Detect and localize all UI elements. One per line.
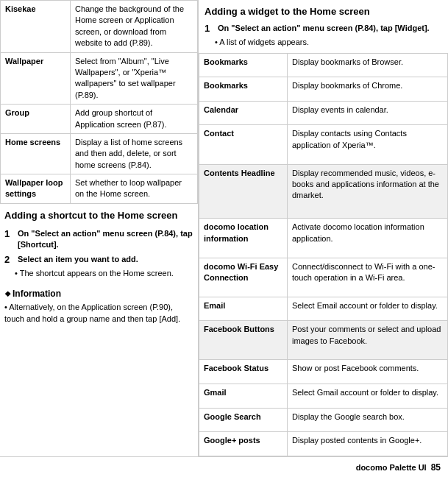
left-table-col2: Change the background of the Home screen… [71, 1, 198, 53]
right-section-title: Adding a widget to the Home screen [199, 0, 448, 21]
step2-sub: • The shortcut appears on the Home scree… [4, 268, 193, 279]
right-table-col1: Google Search [199, 408, 288, 432]
footer-label: docomo Palette UI [356, 463, 427, 472]
diamond-icon: ❖ [4, 289, 11, 300]
right-table-col1: Google+ posts [199, 432, 288, 456]
step1-bold: On "Select an action" menu screen (P.84)… [18, 229, 193, 249]
main-container: KisekaeChange the background of the Home… [0, 0, 448, 456]
right-step1: 1 On "Select an action" menu screen (P.8… [205, 23, 442, 34]
right-table-row: Google SearchDisplay the Google search b… [199, 408, 448, 432]
left-table-row: WallpaperSelect from "Album", "Live Wall… [1, 52, 198, 105]
right-column: Adding a widget to the Home screen 1 On … [199, 0, 448, 456]
left-table-col2: Set whether to loop wallpaper on the Hom… [71, 174, 198, 204]
left-column: KisekaeChange the background of the Home… [0, 0, 199, 456]
right-table-col2: Select Email account or folder to displa… [288, 297, 448, 321]
right-step1-bold: On "Select an action" menu screen (P.84)… [218, 24, 430, 32]
left-table-col2: Add group shortcut of Application screen… [71, 105, 198, 134]
right-table-col2: Display events in calendar. [288, 101, 448, 125]
right-table-col1: Facebook Status [199, 360, 288, 384]
left-step1: 1 On "Select an action" menu screen (P.8… [4, 228, 193, 251]
footer: docomo Palette UI 85 [0, 456, 448, 477]
right-table-col2: Display posted contents in Google+. [288, 432, 448, 456]
right-table-col1: Contact [199, 125, 288, 164]
info-title-text: Information [13, 288, 61, 300]
left-info-table: KisekaeChange the background of the Home… [0, 0, 198, 204]
left-table-col1: Kisekae [1, 1, 71, 53]
right-step1-sub: • A list of widgets appears. [205, 37, 442, 48]
right-table-row: Facebook ButtonsPost your comments or se… [199, 321, 448, 360]
right-table-row: ContactDisplay contacts using Contacts a… [199, 125, 448, 164]
right-widget-table: BookmarksDisplay bookmarks of Browser.Bo… [199, 53, 448, 456]
step1-text: On "Select an action" menu screen (P.84)… [18, 228, 193, 251]
right-table-col1: docomo location information [199, 219, 288, 258]
right-table-col1: Facebook Buttons [199, 321, 288, 360]
right-table-row: BookmarksDisplay bookmarks of Browser. [199, 53, 448, 77]
left-section-title: Adding a shortcut to the Home screen [0, 204, 198, 225]
right-table-row: Facebook StatusShow or post Facebook com… [199, 360, 448, 384]
right-table-row: Contents HeadlineDisplay recommended mus… [199, 164, 448, 219]
right-table-col2: Connect/disconnect to Wi-Fi with a one-t… [288, 258, 448, 297]
left-table-row: Home screensDisplay a list of home scree… [1, 133, 198, 174]
left-table-col1: Home screens [1, 133, 71, 174]
left-table-row: KisekaeChange the background of the Home… [1, 1, 198, 53]
left-table-col2: Display a list of home screens and then … [71, 133, 198, 174]
right-step1-text: On "Select an action" menu screen (P.84)… [218, 23, 430, 34]
left-steps: 1 On "Select an action" menu screen (P.8… [0, 225, 198, 286]
left-table-row: Wallpaper loop settingsSet whether to lo… [1, 174, 198, 204]
right-step1-num: 1 [205, 23, 215, 34]
right-table-col2: Post your comments or select and upload … [288, 321, 448, 360]
step2-text: Select an item you want to add. [18, 254, 138, 265]
right-table-col2: Display the Google search box. [288, 408, 448, 432]
right-table-row: BookmarksDisplay bookmarks of Chrome. [199, 77, 448, 102]
right-table-col1: docomo Wi-Fi Easy Connection [199, 258, 288, 297]
right-table-row: GmailSelect Gmail account or folder to d… [199, 384, 448, 409]
left-table-col1: Group [1, 105, 71, 134]
right-table-col1: Contents Headline [199, 164, 288, 219]
step2-bold: Select an item you want to add. [18, 255, 138, 264]
right-table-col1: Gmail [199, 384, 288, 409]
right-steps: 1 On "Select an action" menu screen (P.8… [199, 21, 448, 53]
right-table-col2: Select Gmail account or folder to displa… [288, 384, 448, 409]
right-table-row: EmailSelect Email account or folder to d… [199, 297, 448, 321]
right-table-col1: Bookmarks [199, 53, 288, 77]
right-table-row: docomo location informationActivate doco… [199, 219, 448, 258]
info-block: ❖ Information • Alternatively, on the Ap… [0, 285, 198, 328]
info-bullet: • Alternatively, on the Application scre… [4, 302, 193, 325]
right-table-col2: Display recommended music, videos, e-boo… [288, 164, 448, 219]
step1-num: 1 [4, 228, 15, 239]
right-table-row: CalendarDisplay events in calendar. [199, 101, 448, 125]
right-table-col2: Show or post Facebook comments. [288, 360, 448, 384]
right-table-col2: Display bookmarks of Browser. [288, 53, 448, 77]
right-table-row: docomo Wi-Fi Easy ConnectionConnect/disc… [199, 258, 448, 297]
left-table-col1: Wallpaper [1, 52, 71, 105]
right-table-row: Google+ postsDisplay posted contents in … [199, 432, 448, 456]
info-title: ❖ Information [4, 288, 193, 300]
right-table-col1: Calendar [199, 101, 288, 125]
left-table-row: GroupAdd group shortcut of Application s… [1, 105, 198, 134]
step2-num: 2 [4, 254, 15, 265]
right-table-col1: Bookmarks [199, 77, 288, 102]
left-step2: 2 Select an item you want to add. [4, 254, 193, 265]
right-table-col2: Activate docomo location information app… [288, 219, 448, 258]
left-table-col1: Wallpaper loop settings [1, 174, 71, 204]
footer-page: 85 [431, 462, 441, 473]
right-table-col2: Display bookmarks of Chrome. [288, 77, 448, 102]
right-table-col1: Email [199, 297, 288, 321]
right-table-col2: Display contacts using Contacts applicat… [288, 125, 448, 164]
left-table-col2: Select from "Album", "Live Wallpapers", … [71, 52, 198, 105]
